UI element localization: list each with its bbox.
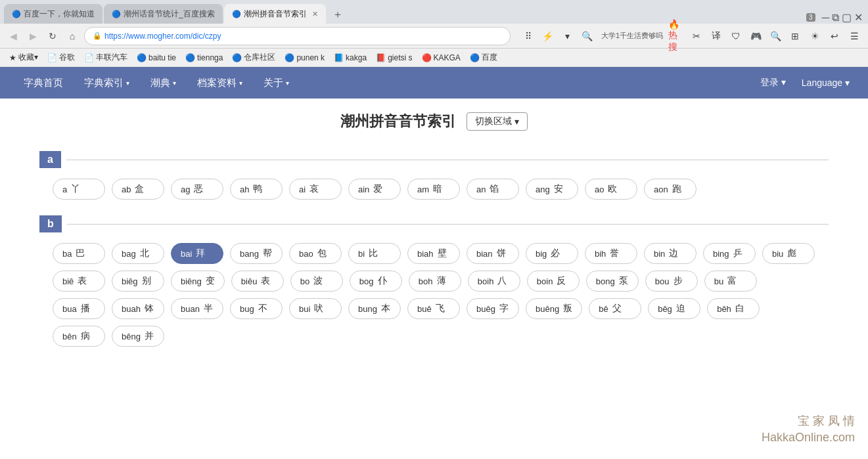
- shield-icon[interactable]: 🛡: [727, 28, 744, 45]
- login-button[interactable]: 登录 ▾: [755, 74, 791, 91]
- syllable-bog[interactable]: bog仆: [350, 271, 402, 292]
- tab-1[interactable]: 🔵 百度一下，你就知道: [4, 4, 103, 24]
- syllable-boih[interactable]: boih八: [468, 271, 520, 292]
- magnify-icon[interactable]: 🔍: [767, 28, 784, 45]
- tab-2[interactable]: 🔵 潮州话音节统计_百度搜索: [104, 4, 223, 24]
- syllable-bih[interactable]: bih誉: [585, 243, 637, 264]
- bookmark-kakga2[interactable]: 🔴 KAKGA: [418, 52, 465, 64]
- minimize-button[interactable]: ─: [822, 12, 829, 24]
- syllable-ba[interactable]: ba巴: [53, 243, 105, 264]
- syllable-big[interactable]: big必: [526, 243, 578, 264]
- syllable-am[interactable]: am暗: [407, 179, 460, 200]
- syllable-buah[interactable]: buah钵: [112, 298, 164, 319]
- bookmark-google[interactable]: 📄 谷歌: [43, 51, 79, 64]
- syllable-buan[interactable]: buan半: [171, 298, 223, 319]
- game-icon[interactable]: 🎮: [747, 28, 764, 45]
- syllable-ab[interactable]: ab盒: [112, 179, 164, 200]
- syllable-bue[interactable]: buê飞: [407, 298, 460, 319]
- switch-region-button[interactable]: 切换区域 ▾: [467, 112, 528, 131]
- syllable-a[interactable]: a丫: [53, 179, 105, 200]
- syllable-bang[interactable]: bang帮: [230, 243, 283, 264]
- bookmark-fenglianauto[interactable]: 📄 丰联汽车: [80, 51, 131, 64]
- nav-archives[interactable]: 档案资料 ▾: [187, 67, 253, 98]
- syllable-be[interactable]: bê父: [589, 298, 641, 319]
- syllable-biu[interactable]: biu彪: [762, 243, 815, 264]
- url-bar[interactable]: 🔒 https://www.mogher.com/dic/czpy: [84, 27, 511, 45]
- syllable-bag[interactable]: bag北: [112, 243, 164, 264]
- back-button[interactable]: ◀: [5, 28, 21, 44]
- syllable-bin[interactable]: bin边: [644, 243, 697, 264]
- language-button[interactable]: Language ▾: [796, 75, 855, 91]
- syllable-biah[interactable]: biah壁: [407, 243, 460, 264]
- syllable-bian[interactable]: bian饼: [467, 243, 519, 264]
- home-button[interactable]: ⌂: [64, 28, 80, 44]
- lightning-icon[interactable]: ⚡: [539, 28, 557, 45]
- syllable-beh[interactable]: bêh白: [707, 298, 760, 319]
- bookmark-warehouse[interactable]: 🔵 仓库社区: [228, 51, 279, 64]
- undo-icon[interactable]: ↩: [826, 28, 843, 45]
- tab-3[interactable]: 🔵 潮州拼音音节索引 ✕: [224, 4, 326, 24]
- nav-chaodian-arrow: ▾: [173, 79, 176, 87]
- hot-icon[interactable]: 🔥热搜: [668, 28, 685, 45]
- forward-button[interactable]: ▶: [25, 28, 41, 44]
- syllable-an[interactable]: an馅: [467, 179, 519, 200]
- syllable-ao[interactable]: ao欧: [585, 179, 637, 200]
- nav-about[interactable]: 关于 ▾: [253, 67, 300, 98]
- search-icon[interactable]: 🔍: [579, 28, 596, 45]
- refresh-button[interactable]: ↻: [45, 28, 60, 44]
- syllable-bao[interactable]: bao包: [289, 243, 342, 264]
- syllable-bieu[interactable]: biêu表: [231, 271, 284, 292]
- nav-home[interactable]: 字典首页: [13, 67, 74, 98]
- syllable-bo[interactable]: bo波: [290, 271, 343, 292]
- brightness-icon[interactable]: ☀: [806, 28, 823, 45]
- syllable-ben[interactable]: bên病: [53, 326, 105, 347]
- syllable-bug[interactable]: bug不: [230, 298, 283, 319]
- tab-bar: 🔵 百度一下，你就知道 🔵 潮州话音节统计_百度搜索 🔵 潮州拼音音节索引 ✕ …: [0, 0, 868, 24]
- syllable-beg[interactable]: bêg迫: [648, 298, 700, 319]
- syllable-bueg[interactable]: buêg字: [467, 298, 519, 319]
- syllable-beng[interactable]: bêng并: [112, 326, 164, 347]
- syllable-ah[interactable]: ah鸭: [230, 179, 283, 200]
- bookmark-kakga[interactable]: 📘 kakga: [330, 52, 371, 64]
- syllable-bueng[interactable]: buêng叛: [526, 298, 582, 319]
- cut-icon[interactable]: ✂: [688, 28, 705, 45]
- restore-button[interactable]: ⧉: [832, 12, 839, 24]
- syllable-bua[interactable]: bua播: [53, 298, 105, 319]
- syllable-bai[interactable]: bai拜: [171, 243, 223, 264]
- circle-icon-5: 🔵: [470, 53, 480, 62]
- syllable-bie[interactable]: biê表: [53, 271, 105, 292]
- close-button[interactable]: ✕: [854, 11, 863, 24]
- syllable-bieg[interactable]: biêg别: [112, 271, 164, 292]
- menu-expand-icon[interactable]: ▾: [559, 28, 576, 45]
- syllable-boin[interactable]: boin反: [527, 271, 580, 292]
- bookmark-baitu[interactable]: 🔵 baitu tie: [133, 52, 180, 64]
- syllable-ag[interactable]: ag恶: [171, 179, 223, 200]
- syllable-bing[interactable]: bing乒: [703, 243, 756, 264]
- syllable-aon[interactable]: aon跑: [644, 179, 697, 200]
- syllable-bui[interactable]: bui吠: [289, 298, 342, 319]
- bookmark-punenk[interactable]: 🔵 punen k: [281, 52, 329, 64]
- syllable-ai[interactable]: ai哀: [289, 179, 342, 200]
- bookmark-gietsi[interactable]: 📕 gietsi s: [372, 52, 416, 64]
- syllable-bu[interactable]: bu富: [704, 271, 757, 292]
- bookmark-favorites[interactable]: ★ 收藏▾: [5, 51, 42, 64]
- grid-icon[interactable]: ⊞: [787, 28, 804, 45]
- syllable-bi[interactable]: bi比: [348, 243, 401, 264]
- syllable-boh[interactable]: boh薄: [409, 271, 461, 292]
- translate-icon[interactable]: 译: [708, 28, 725, 45]
- nav-index[interactable]: 字典索引 ▾: [74, 67, 140, 98]
- maximize-button[interactable]: ▢: [842, 11, 852, 24]
- tab-3-close[interactable]: ✕: [312, 10, 318, 18]
- syllable-ang[interactable]: ang安: [526, 179, 578, 200]
- settings-icon[interactable]: ☰: [846, 28, 863, 45]
- new-tab-button[interactable]: ＋: [329, 5, 347, 24]
- syllable-bong[interactable]: bong泵: [586, 271, 639, 292]
- bookmark-tiennga[interactable]: 🔵 tiennga: [181, 52, 227, 64]
- extensions-icon[interactable]: ⠿: [520, 28, 537, 45]
- syllable-bieng[interactable]: biêng变: [171, 271, 225, 292]
- bookmark-baidu[interactable]: 🔵 百度: [466, 51, 501, 64]
- syllable-bung[interactable]: bung本: [348, 298, 401, 319]
- nav-chaodian[interactable]: 潮典 ▾: [140, 67, 187, 98]
- syllable-bou[interactable]: bou步: [645, 271, 698, 292]
- syllable-ain[interactable]: ain爱: [348, 179, 401, 200]
